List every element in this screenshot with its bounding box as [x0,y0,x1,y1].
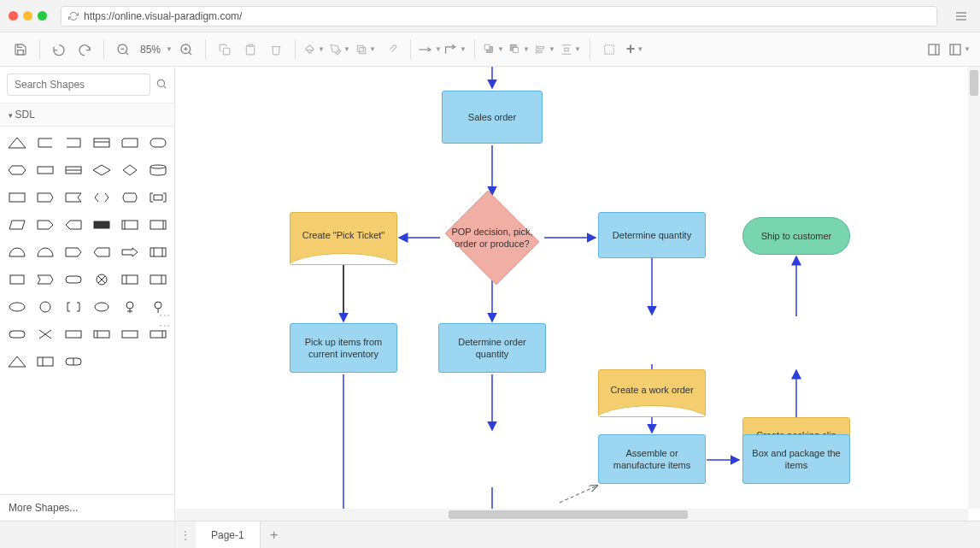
shape-oval2[interactable] [90,298,113,316]
node-sales-order[interactable]: Sales order [442,91,543,144]
delete-button[interactable] [264,38,288,62]
shape-x[interactable] [33,325,56,344]
shape-cylinder[interactable] [146,161,169,180]
shadow-button[interactable]: ▼ [354,38,378,62]
shape-rect-line[interactable] [62,325,85,344]
shape-triangle[interactable] [5,133,28,152]
shape-angles[interactable] [90,188,113,207]
shape-rect3[interactable] [5,188,28,207]
search-icon[interactable] [156,78,167,92]
shape-chevron-box[interactable] [33,270,56,289]
horizontal-scrollbar[interactable] [175,509,968,521]
tab-page-1[interactable]: Page-1 [196,521,261,548]
outline-panel-button[interactable]: ▼ [948,38,971,62]
paste-button[interactable] [238,38,262,62]
node-work-order[interactable]: Create a work order [598,369,706,417]
shape-cross-circle[interactable] [5,270,28,289]
shape-pentagon-right[interactable] [33,215,56,234]
shape-xcircle[interactable] [90,270,113,289]
shape-banner[interactable] [90,215,113,234]
selection-tool-button[interactable] [597,38,621,62]
shape-hex[interactable] [5,161,28,180]
align-button[interactable]: ▼ [533,38,557,62]
url-bar[interactable]: https://online.visual-paradigm.com/ [61,6,937,27]
redo-button[interactable] [73,38,97,62]
shape-bracket[interactable] [62,298,85,316]
shape-split-box[interactable] [33,352,56,371]
shape-rounded[interactable] [146,133,169,152]
diagram-canvas[interactable]: Sales order POP decision, pick, order or… [175,67,980,521]
shape-ellipse[interactable] [5,298,28,316]
close-window-button[interactable] [9,11,18,21]
shape-half-round[interactable] [5,243,28,262]
shape-tri2[interactable] [5,352,28,371]
shape-double-line[interactable] [62,161,85,180]
shape-dbl-rect2[interactable] [146,215,169,234]
node-pop-decision[interactable]: POP decision, pick, order or produce? [441,195,543,280]
to-front-button[interactable]: ▼ [482,38,506,62]
shape-tag[interactable] [62,243,85,262]
shape-lens[interactable] [118,188,141,207]
format-painter-button[interactable] [379,38,403,62]
shape-tag-left[interactable] [90,243,113,262]
vertical-scrollbar[interactable] [968,67,980,509]
zoom-dropdown[interactable]: 85%▼ [137,44,173,56]
maximize-window-button[interactable] [38,11,47,21]
shape-pill-split[interactable] [62,352,85,371]
node-determine-order-qty[interactable]: Determine order quantity [438,323,546,373]
shape-rect-open-right[interactable] [33,133,56,152]
shape-arrow-box[interactable] [118,243,141,262]
node-determine-quantity[interactable]: Determine quantity [598,212,706,258]
page-menu-icon[interactable]: ⋮ [175,521,196,548]
fill-color-button[interactable]: ▼ [302,38,326,62]
distribute-button[interactable]: ▼ [559,38,583,62]
shape-window[interactable] [90,133,113,152]
node-assemble[interactable]: Assemble or manufacture items [598,434,706,484]
waypoint-style-button[interactable]: ▼ [443,38,467,62]
shape-box5[interactable] [146,243,169,262]
shape-card[interactable] [118,133,141,152]
copy-button[interactable] [213,38,237,62]
line-color-button[interactable]: ▼ [328,38,352,62]
node-pickup-items[interactable]: Pick up items from current inventory [290,323,397,373]
undo-button[interactable] [47,38,71,62]
palette-handle-icon[interactable]: ⋮⋮ [159,310,171,331]
zoom-out-button[interactable] [111,38,135,62]
search-shapes-input[interactable] [7,74,150,96]
shape-rect2[interactable] [33,161,56,180]
shape-striped[interactable] [118,270,141,289]
shape-pentagon-left[interactable] [62,215,85,234]
shape-capsule[interactable] [62,270,85,289]
shape-half-round2[interactable] [33,243,56,262]
add-page-button[interactable]: + [261,521,288,548]
shape-dbl-rect[interactable] [118,215,141,234]
shape-parallelogram[interactable] [5,215,28,234]
node-box-package[interactable]: Box and package the items [742,434,850,484]
shape-female[interactable] [118,298,141,316]
shape-bracket-box[interactable] [146,188,169,207]
minimize-window-button[interactable] [23,11,32,21]
add-button[interactable]: +▼ [623,38,647,62]
shape-striped2[interactable] [146,270,169,289]
shape-rect-notch[interactable] [33,188,56,207]
shape-flag[interactable] [62,188,85,207]
connector-style-button[interactable]: ▼ [418,38,442,62]
more-shapes-button[interactable]: More Shapes... [0,494,174,521]
format-panel-button[interactable] [922,38,946,62]
shape-roundrect[interactable] [5,325,28,344]
shape-diamond[interactable] [90,161,113,180]
node-ship-to-customer[interactable]: Ship to customer [742,217,850,255]
to-back-button[interactable]: ▼ [508,38,531,62]
save-button[interactable] [9,38,32,62]
shape-diamond2[interactable] [118,161,141,180]
svg-line-7 [189,52,191,55]
search-shapes-row: ⋮ [0,67,174,103]
shape-rect-open-left[interactable] [62,133,85,152]
zoom-in-button[interactable] [174,38,198,62]
shape-rect-plain[interactable] [118,325,141,344]
shape-circle[interactable] [33,298,56,316]
category-header-sdl[interactable]: SDL [0,103,174,127]
shape-rect-left[interactable] [90,325,113,344]
node-pick-ticket[interactable]: Create "Pick Ticket" [290,212,397,265]
menu-button[interactable] [951,6,971,27]
